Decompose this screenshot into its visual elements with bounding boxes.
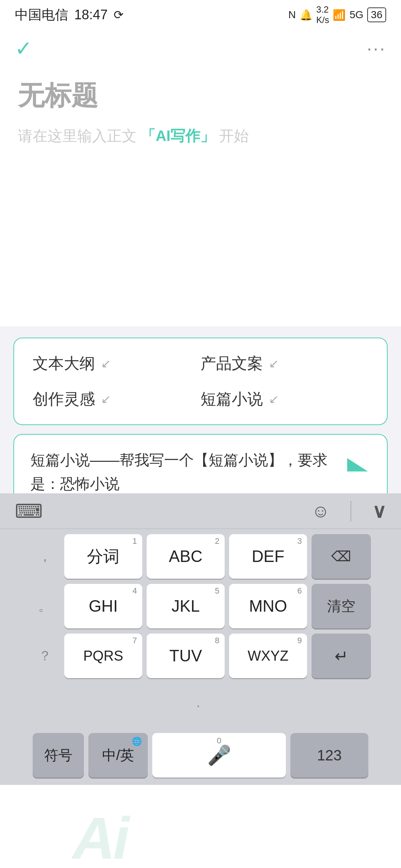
key-dot[interactable]: · [183,683,213,728]
emoji-icon[interactable]: ☺ [312,501,330,521]
battery-label: 36 [367,7,386,22]
key-9-label: WXYZ [248,648,288,664]
key-3-number: 3 [297,537,302,545]
key-row-3: ？ 7 PQRS 8 TUV 9 WXYZ ↵ [4,634,397,678]
key-4-ghi[interactable]: 4 GHI [64,584,142,628]
key-4-label: GHI [89,597,118,615]
keyboard-toolbar-right: ☺ ∨ [312,500,386,522]
status-bar: 中国电信 18:47 ⟳ N 🔔 3.2K/s 📶 5G 36 [0,0,401,30]
enter-label: ↵ [335,647,348,665]
ai-option-inspire-icon: ↙ [101,392,111,406]
carrier-label: 中国电信 [15,6,68,24]
key-5-jkl[interactable]: 5 JKL [147,584,225,628]
more-button[interactable]: ··· [367,38,386,59]
signal-icon: 5G [349,9,363,21]
send-triangle-icon [347,458,368,471]
key-period[interactable]: 。 [30,584,60,628]
key-1-label: 分词 [87,546,120,568]
key-5-label: JKL [172,597,200,615]
key-123-btn[interactable]: 123 [290,733,368,777]
period-label: 。 [38,597,52,615]
question-label: ？ [38,647,52,665]
keyboard-keys: ， 1 分词 2 ABC 3 DEF ⌫ [0,529,401,785]
key-8-tuv[interactable]: 8 TUV [147,634,225,678]
data-speed-icon: 3.2K/s [316,4,329,25]
check-button[interactable]: ✓ [15,36,32,60]
key-space[interactable]: 0 🎤 [152,733,286,777]
toolbar-divider [351,501,351,522]
placeholder-before: 请在这里输入正文 [18,128,137,144]
ai-send-button[interactable] [345,452,371,478]
status-left: 中国电信 18:47 ⟳ [15,6,124,24]
mic-icon[interactable]: 🎤 [207,744,231,767]
space-number: 0 [217,736,221,746]
key-symbol-btn[interactable]: 符号 [33,733,84,777]
sync-icon: ⟳ [114,8,124,22]
bell-icon: 🔔 [300,9,313,21]
ai-option-story-label: 短篇小说 [200,389,263,410]
globe-icon-small: 🌐 [132,737,142,746]
chevron-down-icon[interactable]: ∨ [372,500,386,522]
ai-option-story[interactable]: 短篇小说 ↙ [200,389,368,410]
ai-option-copy[interactable]: 产品文案 ↙ [200,353,368,374]
key-6-label: MNO [249,597,287,615]
keyboard-toolbar: ⌨ ☺ ∨ [0,493,401,529]
ai-option-copy-label: 产品文案 [200,353,263,374]
ai-option-outline[interactable]: 文本大纲 ↙ [33,353,200,374]
document-placeholder[interactable]: 请在这里输入正文 「AI写作」 开始 [18,125,383,147]
document-title[interactable]: 无标题 [18,78,383,114]
key-2-abc[interactable]: 2 ABC [147,534,225,579]
key-1-number: 1 [133,537,137,545]
key-row-1: ， 1 分词 2 ABC 3 DEF ⌫ [4,534,397,579]
key-2-label: ABC [169,547,202,566]
ai-options-grid: 文本大纲 ↙ 产品文案 ↙ 创作灵感 ↙ 短篇小说 ↙ [33,353,368,410]
key-5-number: 5 [215,587,219,595]
key-8-label: TUV [169,647,202,665]
ai-watermark: Ai [72,807,156,868]
key-7-number: 7 [133,637,137,645]
keyboard-toolbar-left: ⌨ [15,500,43,522]
key-comma[interactable]: ， [30,534,60,579]
key-lang-btn[interactable]: 🌐 中/英 [88,733,148,777]
key-bottom-row: 符号 🌐 中/英 0 🎤 123 [4,733,397,785]
key-7-label: PQRS [83,648,123,664]
ai-options-card: 文本大纲 ↙ 产品文案 ↙ 创作灵感 ↙ 短篇小说 ↙ [13,338,388,425]
ai-option-inspire[interactable]: 创作灵感 ↙ [33,389,200,410]
status-right: N 🔔 3.2K/s 📶 5G 36 [288,4,386,25]
keyboard-main: ， 1 分词 2 ABC 3 DEF ⌫ [0,529,401,785]
key-6-number: 6 [297,587,302,595]
key-6-mno[interactable]: 6 MNO [229,584,307,628]
clear-label: 清空 [327,597,355,616]
wifi-icon: 📶 [333,9,346,21]
key-question[interactable]: ？ [30,634,60,678]
key-clear[interactable]: 清空 [312,584,371,628]
keyboard: ⌨ ☺ ∨ ， 1 分词 2 ABC [0,493,401,785]
num-label: 123 [317,747,342,764]
comma-label: ， [38,548,52,566]
key-4-number: 4 [133,587,137,595]
ai-option-copy-icon: ↙ [269,356,279,371]
ai-option-story-icon: ↙ [269,392,279,406]
key-enter[interactable]: ↵ [312,634,371,678]
key-3-label: DEF [252,547,284,566]
ai-option-outline-label: 文本大纲 [33,353,95,374]
placeholder-after: 开始 [219,128,249,144]
symbol-label: 符号 [44,746,72,765]
key-backspace[interactable]: ⌫ [312,534,371,579]
placeholder-ai: 「AI写作」 [141,128,215,144]
key-1-fenxi[interactable]: 1 分词 [64,534,142,579]
time-label: 18:47 [74,7,108,23]
key-row-4: · [4,683,397,728]
key-7-pqrs[interactable]: 7 PQRS [64,634,142,678]
key-9-wxyz[interactable]: 9 WXYZ [229,634,307,678]
key-2-number: 2 [215,537,219,545]
dot-label: · [196,698,200,713]
lang-label: 中/英 [102,746,134,765]
content-area: 无标题 请在这里输入正文 「AI写作」 开始 [0,67,401,147]
globe-keyboard-icon[interactable]: ⌨ [15,500,43,522]
key-9-number: 9 [297,637,302,645]
key-3-def[interactable]: 3 DEF [229,534,307,579]
toolbar: ✓ ··· [0,30,401,67]
ai-input-text[interactable]: 短篇小说——帮我写一个【短篇小说】，要求是：恐怖小说 [30,448,337,496]
backspace-label: ⌫ [331,548,351,565]
